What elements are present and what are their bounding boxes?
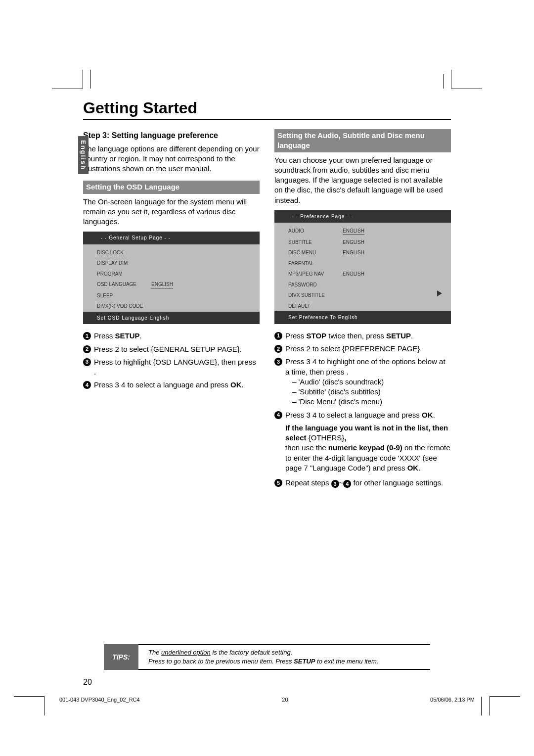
tips-label: TIPS:	[104, 644, 138, 670]
menu-row-selected: OSD LANGUAGEENGLISH	[83, 279, 260, 290]
sub-item: – 'Disc Menu' (disc's menu)	[292, 397, 451, 407]
menu-row: PASSWORD	[274, 280, 451, 290]
step3-heading: Step 3: Setting language preference	[83, 130, 260, 141]
left-column: Step 3: Setting language preference The …	[83, 129, 260, 491]
page-number: 20	[83, 678, 92, 687]
osd-step-1: 1 Press SETUP.	[83, 331, 260, 341]
step-badge-3-inline: 3	[331, 480, 339, 488]
step-badge-4: 4	[83, 381, 91, 389]
two-columns: Step 3: Setting language preference The …	[83, 129, 451, 491]
arrow-right-icon	[437, 290, 442, 296]
tips-text: The underlined option is the factory def…	[104, 644, 430, 670]
menu-body: DISC LOCK DISPLAY DIM PROGRAM OSD LANGUA…	[83, 244, 260, 312]
menu-row: DIVX(R) VOD CODE	[83, 301, 260, 312]
crop-mark	[44, 697, 45, 715]
page-title: Getting Started	[83, 99, 451, 120]
asd-step-2: 2 Press 2 to select {PREFERENCE PAGE}.	[274, 344, 451, 354]
asd-para: You can choose your own preferred langua…	[274, 155, 451, 205]
crop-mark	[489, 697, 490, 715]
menu-row: PARENTAL	[274, 258, 451, 269]
step-badge-3: 3	[274, 358, 282, 366]
sub-item: – 'Audio' (disc's soundtrack)	[292, 377, 451, 387]
menu-row: DISPLAY DIM	[83, 258, 260, 269]
crop-mark	[451, 70, 451, 89]
crop-mark	[14, 696, 44, 697]
footer-left: 001-043 DVP3040_Eng_02_RC4	[59, 697, 140, 703]
menu-header: - - General Setup Page - -	[83, 232, 260, 244]
crop-mark	[90, 70, 91, 89]
footer-mid: 20	[282, 697, 288, 703]
asd-step-4: 4 Press 3 4 to select a language and pre…	[274, 410, 451, 420]
crop-mark	[490, 696, 520, 697]
crop-mark	[52, 89, 83, 89]
step3-para: The language options are different depen…	[83, 144, 260, 174]
asd-note: If the language you want is not in the l…	[285, 423, 451, 473]
menu-row: PROGRAM	[83, 269, 260, 280]
step-badge-2: 2	[83, 345, 91, 353]
step-badge-3: 3	[83, 358, 91, 366]
menu-row: DISC MENUENGLISH	[274, 247, 451, 258]
osd-step-3: 3 Press to highlight {OSD LANGUAGE}, the…	[83, 357, 260, 378]
osd-menu-illustration: - - General Setup Page - - DISC LOCK DIS…	[83, 232, 260, 324]
step-badge-1: 1	[274, 332, 282, 340]
menu-row-selected: AUDIOENGLISH	[274, 226, 451, 237]
osd-step-2: 2 Press 2 to select {GENERAL SETUP PAGE}…	[83, 344, 260, 354]
right-column: Setting the Audio, Subtitle and Disc men…	[274, 129, 451, 491]
footer-right: 05/06/06, 2:13 PM	[430, 697, 475, 703]
crop-mark	[443, 74, 444, 89]
menu-footer: Set OSD Language English	[83, 312, 260, 325]
content-area: Getting Started English Step 3: Setting …	[83, 99, 451, 687]
menu-body: AUDIOENGLISH SUBTITLEENGLISH DISC MENUEN…	[274, 223, 451, 311]
menu-row: MP3/JPEG NAVENGLISH	[274, 269, 451, 280]
osd-para: The On-screen language for the system me…	[83, 197, 260, 227]
osd-step-4: 4 Press 3 4 to select a language and pre…	[83, 380, 260, 390]
menu-footer: Set Preference To English	[274, 311, 451, 324]
sub-item: – 'Subtitle' (disc's subtitles)	[292, 387, 451, 397]
asd-step-3: 3 Press 3 4 to highlight one of the opti…	[274, 357, 451, 407]
step-badge-4: 4	[274, 411, 282, 419]
manual-page: Getting Started English Step 3: Setting …	[0, 0, 534, 756]
language-tab: English	[78, 136, 89, 174]
asd-step-5: 5 Repeat steps 3~4 for other language se…	[274, 478, 451, 488]
menu-row: SLEEP	[83, 290, 260, 301]
menu-header: - - Preference Page - -	[274, 210, 451, 223]
asd-heading: Setting the Audio, Subtitle and Disc men…	[274, 129, 451, 152]
print-footer: 001-043 DVP3040_Eng_02_RC4 20 05/06/06, …	[59, 697, 475, 703]
osd-heading: Setting the OSD Language	[83, 181, 260, 193]
step-badge-2: 2	[274, 345, 282, 353]
menu-row: DEFAULT	[274, 301, 451, 312]
step-badge-1: 1	[83, 332, 91, 340]
pref-menu-illustration: - - Preference Page - - AUDIOENGLISH SUB…	[274, 210, 451, 324]
step-badge-5: 5	[274, 479, 282, 487]
crop-mark	[451, 89, 482, 89]
menu-row: DIVX SUBTITLE	[274, 290, 451, 301]
tips-box: TIPS: The underlined option is the facto…	[104, 644, 430, 670]
crop-mark	[83, 70, 83, 89]
asd-step-1: 1 Press STOP twice then, press SETUP.	[274, 331, 451, 341]
menu-row: SUBTITLEENGLISH	[274, 237, 451, 248]
step-badge-4-inline: 4	[343, 480, 351, 488]
menu-row: DISC LOCK	[83, 247, 260, 258]
crop-mark	[481, 697, 482, 715]
